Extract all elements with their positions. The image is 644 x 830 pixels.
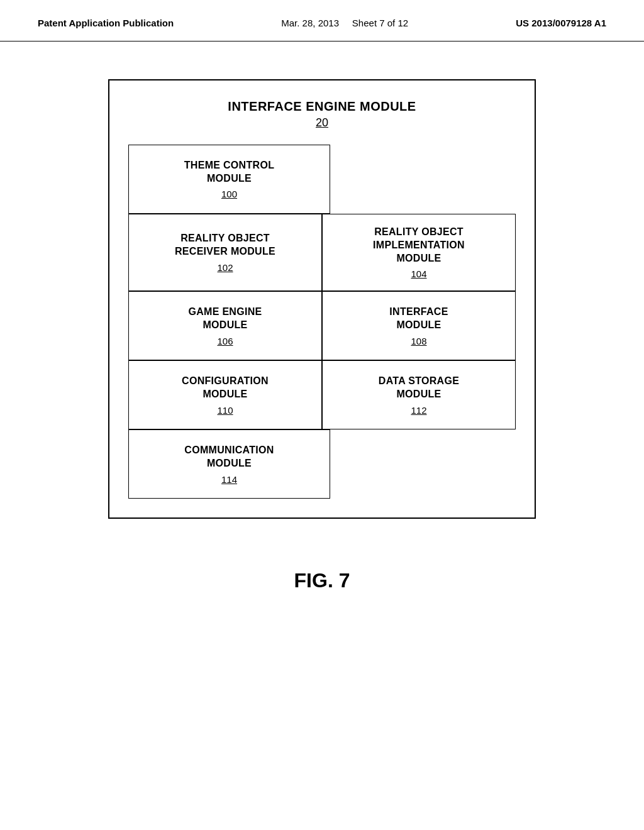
- data-storage-module-box: DATA STORAGEMODULE 112: [322, 360, 516, 429]
- interface-module-label: INTERFACEMODULE: [389, 306, 448, 332]
- row-1-empty-cell: [330, 145, 516, 214]
- reality-object-implementation-module-label: REALITY OBJECTIMPLEMENTATIONMODULE: [373, 226, 465, 265]
- reality-object-implementation-module-num: 104: [411, 268, 426, 279]
- data-storage-module-num: 112: [411, 405, 426, 416]
- data-storage-module-label: DATA STORAGEMODULE: [379, 375, 459, 401]
- row-3: GAME ENGINEMODULE 106 INTERFACEMODULE 10…: [128, 291, 516, 360]
- game-engine-module-box: GAME ENGINEMODULE 106: [128, 291, 322, 360]
- communication-module-box: COMMUNICATIONMODULE 114: [128, 429, 330, 499]
- theme-control-module-box: THEME CONTROLMODULE 100: [128, 145, 330, 214]
- row-1: THEME CONTROLMODULE 100: [128, 145, 516, 214]
- interface-engine-module-title: INTERFACE ENGINE MODULE: [128, 99, 516, 114]
- configuration-module-num: 110: [217, 405, 233, 416]
- header-left-text: Patent Application Publication: [38, 18, 174, 28]
- row-5: COMMUNICATIONMODULE 114: [128, 429, 516, 499]
- header-center-text: Mar. 28, 2013 Sheet 7 of 12: [281, 18, 408, 28]
- reality-object-receiver-module-box: REALITY OBJECTRECEIVER MODULE 102: [128, 214, 322, 291]
- module-grid: THEME CONTROLMODULE 100 REALITY OBJECTRE…: [128, 145, 516, 499]
- row-4: CONFIGURATIONMODULE 110 DATA STORAGEMODU…: [128, 360, 516, 429]
- configuration-module-box: CONFIGURATIONMODULE 110: [128, 360, 322, 429]
- interface-module-box: INTERFACEMODULE 108: [322, 291, 516, 360]
- communication-module-num: 114: [221, 474, 237, 485]
- header-right-text: US 2013/0079128 A1: [516, 18, 606, 28]
- header-sheet: Sheet 7 of 12: [352, 18, 408, 28]
- theme-control-module-num: 100: [221, 189, 237, 199]
- reality-object-receiver-module-label: REALITY OBJECTRECEIVER MODULE: [175, 232, 275, 258]
- game-engine-module-label: GAME ENGINEMODULE: [188, 306, 262, 332]
- row-5-empty-cell: [330, 429, 516, 499]
- reality-object-implementation-module-box: REALITY OBJECTIMPLEMENTATIONMODULE 104: [322, 214, 516, 291]
- header-date: Mar. 28, 2013: [281, 18, 339, 28]
- theme-control-module-label: THEME CONTROLMODULE: [184, 159, 274, 185]
- interface-engine-module-num: 20: [128, 116, 516, 130]
- main-content: INTERFACE ENGINE MODULE 20 THEME CONTROL…: [0, 42, 644, 617]
- interface-engine-module-box: INTERFACE ENGINE MODULE 20 THEME CONTROL…: [108, 79, 536, 519]
- interface-module-num: 108: [411, 336, 426, 346]
- row-2: REALITY OBJECTRECEIVER MODULE 102 REALIT…: [128, 214, 516, 291]
- figure-caption: FIG. 7: [294, 569, 350, 592]
- page-header: Patent Application Publication Mar. 28, …: [0, 0, 644, 42]
- configuration-module-label: CONFIGURATIONMODULE: [182, 375, 269, 401]
- communication-module-label: COMMUNICATIONMODULE: [184, 444, 274, 470]
- game-engine-module-num: 106: [217, 336, 233, 346]
- reality-object-receiver-module-num: 102: [217, 262, 233, 273]
